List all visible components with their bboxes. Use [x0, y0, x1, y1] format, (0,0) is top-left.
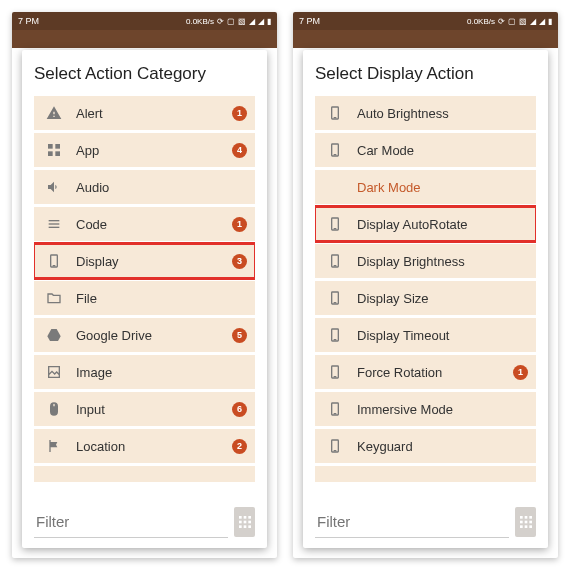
list-item[interactable]: Audio	[34, 170, 255, 204]
list-item-label: Code	[76, 217, 232, 232]
list-item-label: Alert	[76, 106, 232, 121]
list-item-label: Google Drive	[76, 328, 232, 343]
phone-icon	[42, 253, 66, 269]
list-item[interactable]: Display Size	[315, 281, 536, 315]
svg-rect-40	[524, 521, 527, 524]
battery-icon: ▮	[267, 17, 271, 26]
list-item[interactable]: Keyguard	[315, 429, 536, 463]
list-item[interactable]: Location2	[34, 429, 255, 463]
svg-rect-14	[248, 521, 251, 524]
svg-rect-4	[49, 220, 60, 221]
list-item-label: Location	[76, 439, 232, 454]
list-item-label: Audio	[76, 180, 247, 195]
svg-rect-15	[239, 525, 242, 528]
filter-input[interactable]	[315, 506, 509, 538]
list-item-label: File	[76, 291, 247, 306]
count-badge: 1	[232, 106, 247, 121]
list-item[interactable]	[34, 466, 255, 482]
alert-icon	[42, 105, 66, 121]
battery-icon: ▢	[227, 17, 235, 26]
list-item-label: Force Rotation	[357, 365, 513, 380]
list-item[interactable]: Display3	[34, 244, 255, 278]
svg-rect-36	[520, 516, 523, 519]
list-item-label: Car Mode	[357, 143, 528, 158]
status-time: 7 PM	[18, 16, 39, 26]
svg-rect-16	[243, 525, 246, 528]
phone-icon	[323, 142, 347, 158]
count-badge: 1	[232, 217, 247, 232]
filter-input[interactable]	[34, 506, 228, 538]
svg-rect-17	[248, 525, 251, 528]
signal-icon: ◢	[249, 17, 255, 26]
list-item[interactable]: Immersive Mode	[315, 392, 536, 426]
list-item-label: Display	[76, 254, 232, 269]
status-right: 0.0KB/s ⟳ ▢ ▧ ◢ ◢ ▮	[186, 17, 271, 26]
list-item[interactable]: Display Brightness	[315, 244, 536, 278]
status-right: 0.0KB/s ⟳ ▢ ▧ ◢ ◢ ▮	[467, 17, 552, 26]
list-item[interactable]: Code1	[34, 207, 255, 241]
phone-icon	[323, 327, 347, 343]
status-speed: 0.0KB/s	[467, 17, 495, 26]
sim-icon: ▧	[519, 17, 527, 26]
svg-rect-11	[248, 516, 251, 519]
list-item-label: Keyguard	[357, 439, 528, 454]
sync-icon: ⟳	[217, 17, 224, 26]
list-item[interactable]: App4	[34, 133, 255, 167]
count-badge: 1	[513, 365, 528, 380]
list-item[interactable]: Alert1	[34, 96, 255, 130]
list-item[interactable]: Auto Brightness	[315, 96, 536, 130]
battery-icon: ▢	[508, 17, 516, 26]
dialog-title: Select Action Category	[34, 64, 255, 84]
count-badge: 2	[232, 439, 247, 454]
list-item[interactable]: Display Timeout	[315, 318, 536, 352]
signal-icon: ◢	[530, 17, 536, 26]
list-item-label: App	[76, 143, 232, 158]
sim-icon: ▧	[238, 17, 246, 26]
list-item[interactable]: Image	[34, 355, 255, 389]
list-item-label: Image	[76, 365, 247, 380]
svg-rect-3	[55, 151, 60, 156]
phone-icon	[323, 438, 347, 454]
list-item[interactable]	[315, 466, 536, 482]
grid-view-button[interactable]	[234, 507, 255, 537]
svg-rect-10	[243, 516, 246, 519]
code-icon	[42, 216, 66, 232]
svg-rect-12	[239, 521, 242, 524]
list-item[interactable]: Dark Mode	[315, 170, 536, 204]
count-badge: 4	[232, 143, 247, 158]
dialog-footer	[34, 506, 255, 538]
svg-rect-39	[520, 521, 523, 524]
phone-icon	[323, 364, 347, 380]
category-list[interactable]: Alert1App4AudioCode1Display3FileGoogle D…	[34, 96, 255, 500]
count-badge: 3	[232, 254, 247, 269]
sync-icon: ⟳	[498, 17, 505, 26]
list-item-label: Immersive Mode	[357, 402, 528, 417]
list-item[interactable]: File	[34, 281, 255, 315]
phone-icon	[323, 216, 347, 232]
list-item[interactable]: Force Rotation1	[315, 355, 536, 389]
statusbar: 7 PM 0.0KB/s ⟳ ▢ ▧ ◢ ◢ ▮	[293, 12, 558, 30]
list-item[interactable]: Input6	[34, 392, 255, 426]
svg-rect-42	[520, 525, 523, 528]
category-dialog: Select Action Category Alert1App4AudioCo…	[22, 50, 267, 548]
dialog-title: Select Display Action	[315, 64, 536, 84]
list-item[interactable]: Display AutoRotate	[315, 207, 536, 241]
svg-rect-5	[49, 223, 60, 224]
app-icon	[42, 142, 66, 158]
svg-rect-13	[243, 521, 246, 524]
svg-rect-0	[48, 144, 53, 149]
phone-right: 7 PM 0.0KB/s ⟳ ▢ ▧ ◢ ◢ ▮ Select Display …	[293, 12, 558, 558]
phone-icon	[323, 105, 347, 121]
grid-view-button[interactable]	[515, 507, 536, 537]
svg-rect-41	[529, 521, 532, 524]
svg-rect-1	[55, 144, 60, 149]
battery-icon: ▮	[548, 17, 552, 26]
list-item[interactable]: Car Mode	[315, 133, 536, 167]
list-item[interactable]: Google Drive5	[34, 318, 255, 352]
status-time: 7 PM	[299, 16, 320, 26]
status-speed: 0.0KB/s	[186, 17, 214, 26]
flag-icon	[42, 438, 66, 454]
app-header	[293, 30, 558, 48]
action-list[interactable]: Auto BrightnessCar ModeDark ModeDisplay …	[315, 96, 536, 500]
list-item-label: Dark Mode	[357, 180, 528, 195]
